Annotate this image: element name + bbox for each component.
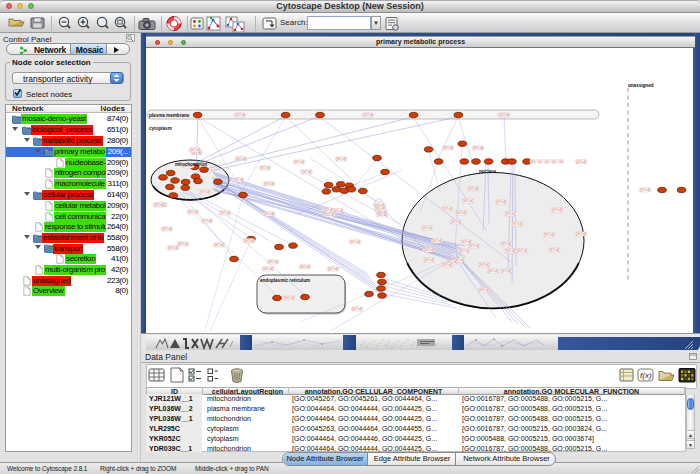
svg-text:[GO id]: [GO id] — [162, 227, 172, 231]
svg-text:[GO id]: [GO id] — [284, 296, 294, 300]
svg-text:[GO id]: [GO id] — [469, 244, 479, 248]
svg-text:[GO id]: [GO id] — [294, 160, 304, 164]
svg-text:[GO id]: [GO id] — [336, 157, 346, 161]
svg-text:[GO id]: [GO id] — [576, 232, 586, 236]
svg-text:mitochondrion: mitochondrion — [175, 162, 207, 167]
svg-text:[GO id]: [GO id] — [505, 212, 515, 216]
svg-text:[GO id]: [GO id] — [220, 211, 230, 215]
svg-text:[GO id]: [GO id] — [422, 226, 432, 230]
svg-text:[GO id]: [GO id] — [576, 160, 586, 164]
svg-text:[GO id]: [GO id] — [549, 248, 559, 252]
svg-text:[GO id]: [GO id] — [479, 263, 489, 267]
svg-text:[GO id]: [GO id] — [154, 203, 164, 207]
svg-text:[GO id]: [GO id] — [260, 166, 270, 170]
svg-text:[GO id]: [GO id] — [496, 200, 506, 204]
svg-text:[GO id]: [GO id] — [333, 209, 343, 213]
svg-text:[GO id]: [GO id] — [377, 213, 387, 217]
svg-text:[GO id]: [GO id] — [234, 178, 244, 182]
svg-text:[GO id]: [GO id] — [456, 211, 466, 215]
svg-text:[GO id]: [GO id] — [352, 307, 362, 311]
svg-text:[GO id]: [GO id] — [268, 260, 278, 264]
svg-text:[GO id]: [GO id] — [468, 187, 478, 191]
svg-text:[GO id]: [GO id] — [459, 249, 469, 253]
svg-text:[GO id]: [GO id] — [501, 269, 511, 273]
svg-text:[GO id]: [GO id] — [264, 182, 274, 186]
svg-text:[GO id]: [GO id] — [517, 249, 527, 253]
svg-text:[GO id]: [GO id] — [302, 170, 312, 174]
svg-text:nucleus: nucleus — [479, 169, 497, 174]
svg-text:[GO id]: [GO id] — [443, 146, 453, 150]
svg-text:[GO id]: [GO id] — [190, 148, 200, 152]
svg-text:[GO id]: [GO id] — [424, 248, 434, 252]
svg-text:[GO id]: [GO id] — [178, 242, 188, 246]
svg-text:[GO id]: [GO id] — [236, 157, 246, 161]
svg-text:[GO id]: [GO id] — [214, 243, 224, 247]
svg-text:[GO id]: [GO id] — [263, 267, 273, 271]
svg-text:[GO id]: [GO id] — [473, 146, 483, 150]
svg-text:[GO id]: [GO id] — [544, 233, 554, 237]
svg-text:[GO id]: [GO id] — [442, 263, 452, 267]
svg-text:[GO id]: [GO id] — [325, 213, 335, 217]
svg-text:[GO id]: [GO id] — [442, 207, 452, 211]
svg-text:[GO id]: [GO id] — [451, 220, 461, 224]
svg-text:f(x): f(x) — [640, 371, 652, 380]
svg-text:endoplasmic reticulum: endoplasmic reticulum — [260, 278, 310, 283]
svg-text:[GO id]: [GO id] — [463, 199, 473, 203]
svg-text:unassigned: unassigned — [628, 83, 654, 88]
svg-text:[GO id]: [GO id] — [499, 113, 509, 117]
svg-text:[GO id]: [GO id] — [461, 240, 471, 244]
svg-text:[GO id]: [GO id] — [432, 239, 442, 243]
svg-text:[GO id]: [GO id] — [488, 269, 498, 273]
svg-text:cytoplasm: cytoplasm — [149, 126, 172, 131]
svg-text:[GO id]: [GO id] — [188, 210, 198, 214]
svg-text:[GO id]: [GO id] — [323, 208, 333, 212]
svg-text:[GO id]: [GO id] — [200, 190, 210, 194]
svg-text:[GO id]: [GO id] — [328, 267, 338, 271]
svg-text:[GO id]: [GO id] — [264, 212, 274, 216]
svg-text:[GO id]: [GO id] — [235, 113, 245, 117]
svg-text:plasma membrane: plasma membrane — [149, 113, 190, 118]
svg-text:[GO id]: [GO id] — [501, 242, 511, 246]
svg-text:[GO id]: [GO id] — [479, 288, 489, 292]
svg-text:[GO id]: [GO id] — [300, 265, 310, 269]
svg-text:[GO id]: [GO id] — [202, 219, 212, 223]
svg-text:[GO id]: [GO id] — [505, 249, 515, 253]
svg-text:[GO id]: [GO id] — [640, 188, 650, 192]
svg-text:[GO id]: [GO id] — [512, 222, 522, 226]
svg-text:[GO id]: [GO id] — [168, 246, 178, 250]
svg-text:[GO id]: [GO id] — [424, 258, 434, 262]
svg-text:[GO id]: [GO id] — [350, 240, 360, 244]
svg-text:[GO id]: [GO id] — [552, 208, 562, 212]
svg-text:[GO id]: [GO id] — [363, 113, 373, 117]
svg-text:[GO id]: [GO id] — [244, 239, 254, 243]
